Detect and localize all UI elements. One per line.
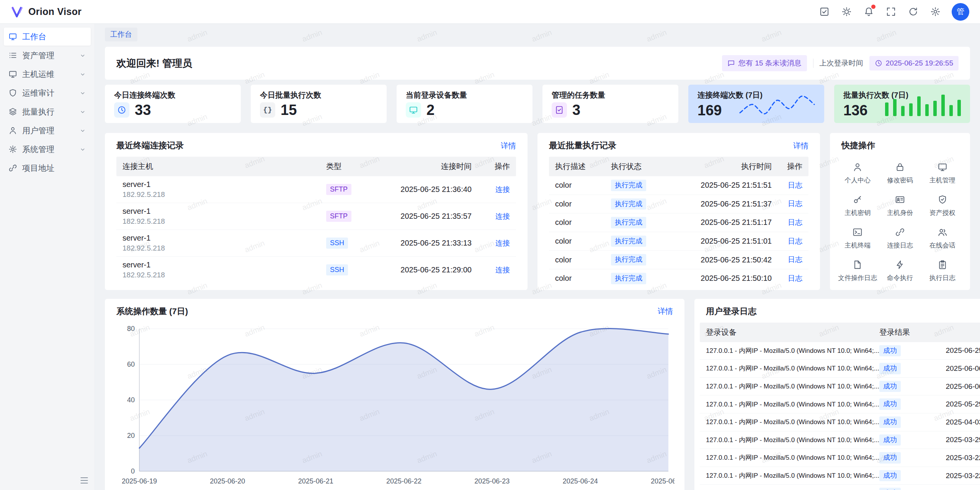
monitor-icon — [8, 32, 17, 41]
batch-row: color执行完成2025-06-25 21:51:17日志 — [549, 213, 808, 232]
x-tick-label: 2025-06-19 — [122, 477, 157, 485]
main-content: adminadminadminadminadminadminadminadmin… — [95, 24, 980, 490]
sidebar-item-assets[interactable]: 资产管理 — [4, 46, 91, 64]
quick-op-host-terminal[interactable]: 主机终端 — [838, 227, 878, 250]
doccheck-icon — [555, 105, 564, 115]
login-row: 127.0.0.1 - 内网IP - Mozilla/5.0 (Windows … — [700, 467, 980, 485]
y-tick-label: 80 — [127, 325, 135, 333]
gear-icon — [8, 145, 17, 154]
unread-messages-badge[interactable]: 您有 15 条未读消息 — [722, 55, 807, 71]
system-ops-line-chart: 0204060802025-06-192025-06-202025-06-212… — [115, 323, 675, 488]
login-logs-card: 用户登录日志 详情 登录设备登录结果登录时间127.0.0.1 - 内网IP -… — [694, 299, 980, 490]
unread-messages-text: 您有 15 条未读消息 — [738, 58, 802, 68]
header-actions: 管 — [818, 3, 969, 21]
notifications-button[interactable] — [863, 6, 874, 18]
settings-button[interactable] — [929, 6, 941, 18]
quick-op-label: 连接日志 — [887, 241, 913, 250]
connect-link[interactable]: 连接 — [495, 212, 510, 220]
sidebar-item-project[interactable]: 项目地址 — [4, 159, 91, 177]
bottom-row: 系统操作数量 (7日) 详情 0204060802025-06-192025-0… — [105, 299, 970, 490]
login-row: 127.0.0.1 - 内网IP - Mozilla/5.0 (Windows … — [700, 342, 980, 360]
batch-table-header: 执行描述执行状态执行时间操作 — [549, 157, 808, 176]
welcome-meta: 您有 15 条未读消息 上次登录时间 2025-06-25 19:26:55 — [722, 55, 959, 71]
refresh-button[interactable] — [907, 6, 919, 18]
quick-op-host-key[interactable]: 主机密钥 — [838, 195, 878, 217]
theme-button[interactable] — [841, 6, 852, 18]
quick-op-host-management[interactable]: 主机管理 — [922, 162, 962, 185]
user-avatar[interactable]: 管 — [952, 3, 969, 21]
quick-ops-title: 快捷操作 — [841, 140, 875, 151]
quick-op-connect-log[interactable]: 连接日志 — [880, 227, 920, 250]
terminal-row: server-1182.92.5.218SFTP2025-06-25 21:35… — [116, 203, 516, 230]
login-table-header: 登录设备登录结果登录时间 — [700, 323, 980, 342]
list-icon — [8, 51, 17, 60]
host-name: server-1 — [122, 180, 326, 189]
log-link[interactable]: 日志 — [788, 218, 802, 226]
sidebar-item-label: 工作台 — [22, 31, 86, 42]
login-result-tag: 成功 — [879, 488, 901, 490]
protocol-tag: SFTP — [326, 184, 351, 195]
log-link[interactable]: 日志 — [788, 274, 802, 282]
layers-icon — [8, 107, 17, 116]
terminal-detail-link[interactable]: 详情 — [501, 141, 516, 151]
quick-op-host-identity[interactable]: 主机身份 — [880, 195, 920, 217]
terminal-7d-sparkline — [737, 93, 817, 118]
log-link[interactable]: 日志 — [788, 181, 802, 189]
login-time: 2025-03-29 17:42:50 — [921, 436, 980, 444]
stat-icon-chip — [114, 102, 129, 118]
quick-op-file-op-log[interactable]: 文件操作日志 — [838, 260, 878, 282]
quick-op-label: 资产授权 — [929, 208, 956, 217]
quick-op-asset-grant[interactable]: 资产授权 — [922, 195, 962, 217]
log-link[interactable]: 日志 — [788, 256, 802, 264]
quick-op-online-session[interactable]: 在线会话 — [922, 227, 962, 250]
sidebar-item-users[interactable]: 用户管理 — [4, 121, 91, 139]
connect-link[interactable]: 连接 — [495, 239, 510, 247]
chart-detail-link[interactable]: 详情 — [658, 306, 673, 316]
stat-card-today-terminal: 今日连接终端次数33 — [105, 85, 241, 123]
connect-link[interactable]: 连接 — [495, 266, 510, 274]
terminal-row: server-1182.92.5.218SFTP2025-06-25 21:36… — [116, 176, 516, 203]
log-link[interactable]: 日志 — [788, 237, 802, 245]
quick-op-label: 主机终端 — [844, 241, 871, 250]
batch-records-title: 最近批量执行记录 — [549, 140, 616, 151]
last-login-time-badge: 2025-06-25 19:26:55 — [869, 56, 959, 70]
log-link[interactable]: 日志 — [788, 200, 802, 208]
exec-time: 2025-06-25 21:51:37 — [676, 200, 772, 208]
sidebar-item-label: 项目地址 — [22, 163, 86, 174]
monitor-icon — [409, 105, 418, 115]
exec-description: color — [555, 181, 611, 190]
sun-icon — [841, 7, 852, 17]
breadcrumb-item-workbench[interactable]: 工作台 — [105, 28, 137, 41]
quick-op-exec-log[interactable]: 执行日志 — [922, 260, 962, 282]
stat-card-today-batch: 今日批量执行次数{}15 — [251, 85, 387, 123]
stat-label: 今日连接终端次数 — [114, 90, 232, 100]
quick-op-change-password[interactable]: 修改密码 — [880, 162, 920, 185]
sidebar-item-batch[interactable]: 批量执行 — [4, 103, 91, 121]
connect-link[interactable]: 连接 — [495, 185, 510, 193]
sidebar-item-workbench[interactable]: 工作台 — [4, 28, 91, 46]
sidebar-item-host-ops[interactable]: 主机运维 — [4, 65, 91, 83]
batch-7d-barchart — [883, 93, 963, 118]
x-tick-label: 2025-06-25 — [651, 477, 675, 485]
quick-op-command-exec[interactable]: 命令执行 — [880, 260, 920, 282]
login-result-tag: 成功 — [879, 398, 901, 410]
terminal-table-header: 连接主机类型连接时间操作 — [116, 157, 516, 176]
tasks-icon — [819, 7, 830, 17]
login-time: 2025-06-06 15:54:26 — [921, 382, 980, 391]
batch-detail-link[interactable]: 详情 — [793, 141, 808, 151]
quick-op-label: 主机密钥 — [844, 208, 871, 217]
tasks-button[interactable] — [818, 6, 830, 18]
login-logs-title: 用户登录日志 — [706, 306, 756, 317]
batch-row: color执行完成2025-06-25 21:51:51日志 — [549, 176, 808, 195]
terminal-table: 连接主机类型连接时间操作server-1182.92.5.218SFTP2025… — [116, 157, 516, 283]
collapse-sidebar-button[interactable] — [79, 475, 89, 485]
quick-op-personal-center[interactable]: 个人中心 — [838, 162, 878, 185]
login-device: 127.0.0.1 - 内网IP - Mozilla/5.0 (Windows … — [706, 382, 879, 391]
host-ip: 182.92.5.218 — [122, 190, 326, 199]
sidebar-item-audit[interactable]: 运维审计 — [4, 84, 91, 102]
sidebar-item-system[interactable]: 系统管理 — [4, 140, 91, 158]
chevron-icon — [79, 108, 86, 115]
fullscreen-button[interactable] — [885, 6, 897, 18]
system-ops-chart-title: 系统操作数量 (7日) — [116, 306, 188, 317]
refresh-icon — [908, 7, 918, 17]
